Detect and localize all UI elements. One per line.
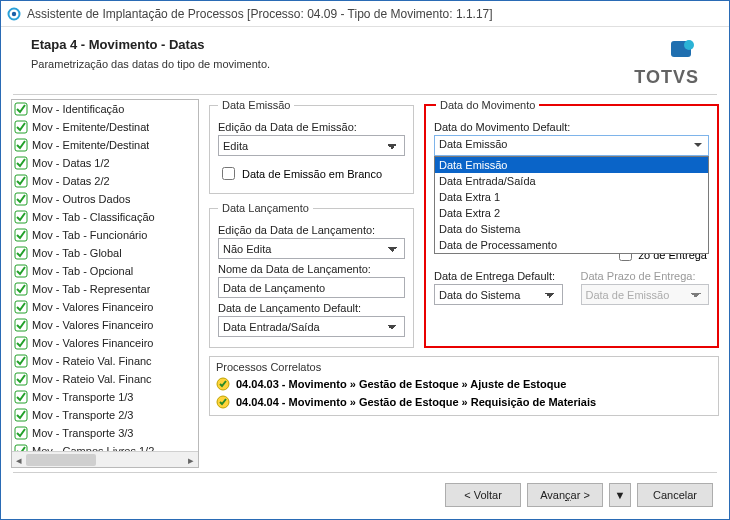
- combo-option[interactable]: Data Extra 2: [435, 205, 708, 221]
- process-icon: [216, 395, 230, 409]
- correlato-item[interactable]: 04.04.04 - Movimento » Gestão de Estoque…: [210, 393, 718, 411]
- combo-option[interactable]: Data do Sistema: [435, 221, 708, 237]
- tree-item-label: Mov - Rateio Val. Financ: [32, 355, 152, 367]
- tree-item-label: Mov - Tab - Funcionário: [32, 229, 147, 241]
- check-icon: [14, 372, 28, 386]
- tree-item-label: Mov - Emitente/Destinat: [32, 121, 149, 133]
- tree-item-label: Mov - Valores Financeiro: [32, 301, 153, 313]
- check-icon: [14, 444, 28, 451]
- tree-item-label: Mov - Tab - Classificação: [32, 211, 155, 223]
- step-tree: Mov - IdentificaçãoMov - Emitente/Destin…: [11, 99, 199, 468]
- back-button[interactable]: < Voltar: [445, 483, 521, 507]
- tree-item[interactable]: Mov - Emitente/Destinat: [12, 118, 198, 136]
- brand-text: TOTVS: [634, 67, 699, 88]
- app-icon: [7, 7, 21, 21]
- step-tree-scroll[interactable]: Mov - IdentificaçãoMov - Emitente/Destin…: [12, 100, 198, 451]
- check-icon: [14, 120, 28, 134]
- tree-item[interactable]: Mov - Tab - Representar: [12, 280, 198, 298]
- combo-option[interactable]: Data Entrada/Saída: [435, 173, 708, 189]
- group-emissao-legend: Data Emissão: [218, 99, 294, 111]
- check-icon: [14, 102, 28, 116]
- correlatos-list[interactable]: 04.04.03 - Movimento » Gestão de Estoque…: [210, 375, 718, 415]
- tree-item[interactable]: Mov - Rateio Val. Financ: [12, 370, 198, 388]
- tree-item-label: Mov - Valores Financeiro: [32, 337, 153, 349]
- horizontal-scrollbar[interactable]: ◂ ▸: [12, 451, 198, 467]
- tree-item[interactable]: Mov - Emitente/Destinat: [12, 136, 198, 154]
- tree-item-label: Mov - Tab - Global: [32, 247, 122, 259]
- group-lancamento: Data Lançamento Edição da Data de Lançam…: [209, 202, 414, 348]
- scroll-right-icon[interactable]: ▸: [184, 452, 198, 468]
- tree-item[interactable]: Mov - Datas 1/2: [12, 154, 198, 172]
- lancamento-nome-input[interactable]: [218, 277, 405, 298]
- check-icon: [14, 192, 28, 206]
- group-movimento-legend: Data do Movimento: [436, 99, 539, 111]
- scroll-left-icon[interactable]: ◂: [12, 452, 26, 468]
- movimento-default-dropdown[interactable]: Data EmissãoData Entrada/SaídaData Extra…: [434, 156, 709, 254]
- check-icon: [14, 156, 28, 170]
- tree-item[interactable]: Mov - Campos Livres 1/2: [12, 442, 198, 451]
- emissao-em-branco-label: Data de Emissão em Branco: [242, 168, 382, 180]
- tree-item-label: Mov - Datas 2/2: [32, 175, 110, 187]
- tree-item-label: Mov - Identificação: [32, 103, 124, 115]
- tree-item-label: Mov - Transporte 1/3: [32, 391, 134, 403]
- group-emissao: Data Emissão Edição da Data de Emissão: …: [209, 99, 414, 194]
- cancel-button[interactable]: Cancelar: [637, 483, 713, 507]
- entrega-default-select[interactable]: Data do Sistema: [434, 284, 563, 305]
- tree-item-label: Mov - Datas 1/2: [32, 157, 110, 169]
- correlato-text: 04.04.03 - Movimento » Gestão de Estoque…: [236, 378, 566, 390]
- correlato-item[interactable]: 04.04.03 - Movimento » Gestão de Estoque…: [210, 375, 718, 393]
- tree-item[interactable]: Mov - Tab - Opcional: [12, 262, 198, 280]
- tree-item[interactable]: Mov - Outros Dados: [12, 190, 198, 208]
- tree-item[interactable]: Mov - Tab - Classificação: [12, 208, 198, 226]
- check-icon: [14, 390, 28, 404]
- check-icon: [14, 174, 28, 188]
- group-correlatos: Processos Correlatos 04.04.03 - Moviment…: [209, 356, 719, 416]
- tree-item[interactable]: Mov - Rateio Val. Financ: [12, 352, 198, 370]
- window-title: Assistente de Implantação de Processos […: [27, 7, 493, 21]
- combo-option[interactable]: Data Extra 1: [435, 189, 708, 205]
- wizard-header: Etapa 4 - Movimento - Datas Parametrizaç…: [1, 27, 729, 94]
- movimento-default-label: Data do Movimento Default:: [434, 121, 709, 133]
- group-movimento: Data do Movimento Data do Movimento Defa…: [424, 99, 719, 348]
- tree-item[interactable]: Mov - Transporte 3/3: [12, 424, 198, 442]
- next-menu-button[interactable]: ▼: [609, 483, 631, 507]
- tree-item[interactable]: Mov - Valores Financeiro: [12, 316, 198, 334]
- step-subtitle: Parametrização das datas do tipo de movi…: [31, 58, 634, 70]
- combo-option[interactable]: Data de Processamento: [435, 237, 708, 253]
- tree-item[interactable]: Mov - Transporte 1/3: [12, 388, 198, 406]
- scroll-thumb[interactable]: [26, 454, 96, 466]
- prazo-entrega-select: Data de Emissão: [581, 284, 710, 305]
- tree-item-label: Mov - Rateio Val. Financ: [32, 373, 152, 385]
- tree-item[interactable]: Mov - Valores Financeiro: [12, 334, 198, 352]
- entrega-default-label: Data de Entrega Default:: [434, 270, 563, 282]
- tree-item-label: Mov - Valores Financeiro: [32, 319, 153, 331]
- check-icon: [14, 138, 28, 152]
- tree-item-label: Mov - Transporte 3/3: [32, 427, 134, 439]
- svg-point-1: [12, 11, 16, 15]
- next-button[interactable]: Avançar >: [527, 483, 603, 507]
- lancamento-edicao-label: Edição da Data de Lançamento:: [218, 224, 405, 236]
- tree-item[interactable]: Mov - Tab - Global: [12, 244, 198, 262]
- movimento-default-value[interactable]: Data Emissão: [434, 135, 709, 156]
- movimento-default-combo[interactable]: Data Emissão Data EmissãoData Entrada/Sa…: [434, 135, 709, 156]
- emissao-edicao-label: Edição da Data de Emissão:: [218, 121, 405, 133]
- wizard-footer: < Voltar Avançar > ▼ Cancelar: [1, 473, 729, 519]
- check-icon: [14, 336, 28, 350]
- check-icon: [14, 264, 28, 278]
- tree-item[interactable]: Mov - Identificação: [12, 100, 198, 118]
- lancamento-default-select[interactable]: Data Entrada/Saída: [218, 316, 405, 337]
- tree-item-label: Mov - Tab - Representar: [32, 283, 150, 295]
- emissao-em-branco-checkbox[interactable]: [222, 167, 235, 180]
- tree-item[interactable]: Mov - Valores Financeiro: [12, 298, 198, 316]
- svg-point-3: [684, 40, 694, 50]
- tree-item[interactable]: Mov - Transporte 2/3: [12, 406, 198, 424]
- tree-item[interactable]: Mov - Tab - Funcionário: [12, 226, 198, 244]
- group-lancamento-legend: Data Lançamento: [218, 202, 313, 214]
- lancamento-nome-label: Nome da Data de Lançamento:: [218, 263, 405, 275]
- check-icon: [14, 228, 28, 242]
- lancamento-edicao-select[interactable]: Não Edita: [218, 238, 405, 259]
- tree-item[interactable]: Mov - Datas 2/2: [12, 172, 198, 190]
- combo-option[interactable]: Data Emissão: [435, 157, 708, 173]
- emissao-edicao-select[interactable]: Edita: [218, 135, 405, 156]
- tree-item-label: Mov - Emitente/Destinat: [32, 139, 149, 151]
